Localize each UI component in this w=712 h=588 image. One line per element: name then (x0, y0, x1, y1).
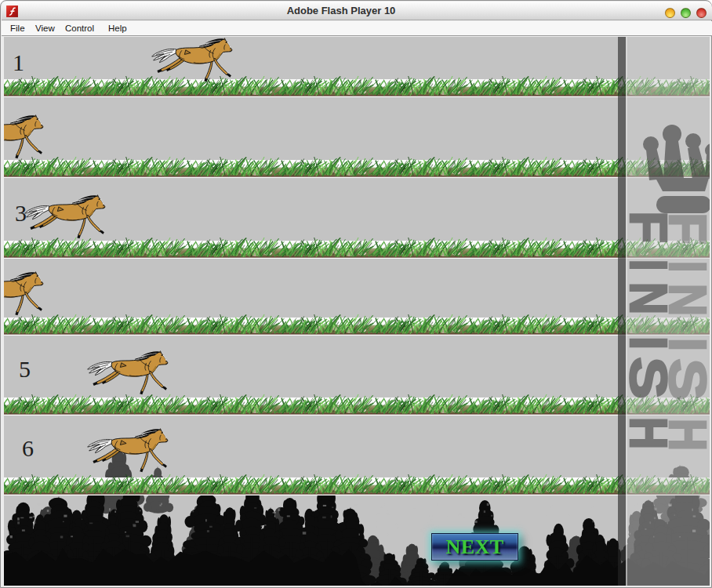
svg-text:H: H (659, 419, 710, 451)
svg-text:I: I (659, 261, 710, 273)
svg-text:N: N (659, 284, 710, 316)
svg-text:I: I (659, 338, 710, 351)
svg-text:S: S (658, 358, 710, 401)
svg-text:F: F (659, 212, 710, 245)
